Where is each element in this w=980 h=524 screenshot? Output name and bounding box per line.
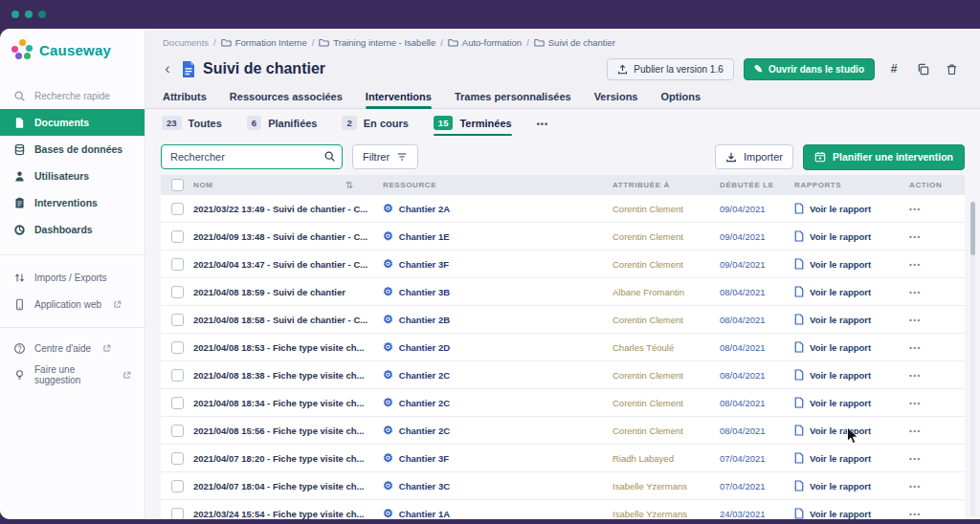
- row-actions-button[interactable]: •••: [909, 205, 965, 213]
- breadcrumb-item[interactable]: Suivi de chantier: [534, 37, 615, 48]
- row-report-link[interactable]: Voir le rapport: [794, 369, 909, 381]
- row-actions-button[interactable]: •••: [909, 426, 965, 435]
- row-checkbox[interactable]: [171, 480, 184, 492]
- row-actions-button[interactable]: •••: [909, 399, 965, 407]
- column-header-rapports[interactable]: RAPPORTS: [794, 181, 909, 189]
- tab-interventions[interactable]: Interventions: [366, 85, 432, 108]
- row-checkbox[interactable]: [171, 508, 184, 520]
- row-report-link[interactable]: Voir le rapport: [794, 314, 909, 325]
- window-zoom-button[interactable]: [38, 11, 46, 18]
- row-actions-button[interactable]: •••: [909, 316, 965, 324]
- import-button[interactable]: Importer: [715, 144, 793, 169]
- sidebar-item-interventions[interactable]: Interventions: [0, 189, 145, 216]
- row-resource-link[interactable]: ⚙ Chantier 2C: [383, 425, 612, 436]
- row-resource-link[interactable]: ⚙ Chantier 2A: [383, 203, 612, 214]
- row-resource-link[interactable]: ⚙ Chantier 3F: [383, 258, 612, 270]
- table-row[interactable]: 2021/04/08 18:53 - Fiche type visite ch.…: [161, 334, 965, 361]
- row-checkbox[interactable]: [171, 397, 184, 409]
- breadcrumb-item[interactable]: Documents: [163, 37, 209, 48]
- row-checkbox[interactable]: [171, 369, 184, 382]
- row-resource-link[interactable]: ⚙ Chantier 2C: [383, 369, 612, 381]
- table-row[interactable]: 2021/04/09 13:48 - Suivi de chantier - C…: [161, 223, 965, 251]
- table-row[interactable]: 2021/04/08 15:56 - Fiche type visite ch.…: [161, 417, 965, 445]
- sidebar-item-application-web[interactable]: Application web: [0, 291, 145, 317]
- sidebar-item-faire-une-suggestion[interactable]: Faire une suggestion: [0, 361, 145, 388]
- tab-options[interactable]: Options: [660, 85, 701, 108]
- open-studio-button[interactable]: ✎ Ouvrir dans le studio: [744, 58, 875, 80]
- column-header-attribuee-a[interactable]: ATTRIBUÉE À: [612, 181, 720, 189]
- publish-version-button[interactable]: Publier la version 1.6: [607, 58, 733, 80]
- filter-toutes[interactable]: 23 Toutes: [162, 116, 222, 136]
- table-row[interactable]: 2021/04/04 13:47 - Suivi de chantier - C…: [161, 251, 965, 278]
- table-scrollbar[interactable]: [970, 202, 975, 516]
- row-resource-link[interactable]: ⚙ Chantier 1E: [383, 230, 612, 242]
- row-actions-button[interactable]: •••: [909, 343, 965, 352]
- row-actions-button[interactable]: •••: [909, 260, 965, 269]
- filter-button[interactable]: Filtrer: [352, 144, 418, 169]
- row-actions-button[interactable]: •••: [909, 510, 965, 518]
- sidebar-item-imports-exports[interactable]: Imports / Exports: [0, 264, 145, 291]
- row-resource-link[interactable]: ⚙ Chantier 3F: [383, 452, 612, 464]
- window-minimize-button[interactable]: [25, 11, 33, 18]
- table-row[interactable]: 2021/03/22 13:49 - Suivi de chantier - C…: [161, 195, 965, 223]
- tab-ressources-associees[interactable]: Ressources associées: [230, 85, 343, 108]
- tab-attributs[interactable]: Attributs: [163, 85, 207, 108]
- row-report-link[interactable]: Voir le rapport: [794, 230, 909, 242]
- row-resource-link[interactable]: ⚙ Chantier 2D: [383, 341, 612, 353]
- row-resource-link[interactable]: ⚙ Chantier 3B: [383, 286, 612, 297]
- tab-trames-personnalisees[interactable]: Trames personnalisées: [455, 85, 571, 108]
- row-report-link[interactable]: Voir le rapport: [794, 286, 909, 297]
- breadcrumb-item[interactable]: Formation Interne: [221, 37, 307, 48]
- row-actions-button[interactable]: •••: [909, 454, 965, 463]
- breadcrumb-item[interactable]: Auto-formation: [448, 37, 522, 48]
- table-row[interactable]: 2021/04/08 18:34 - Fiche type visite ch.…: [161, 389, 965, 417]
- row-checkbox[interactable]: [171, 452, 184, 465]
- row-actions-button[interactable]: •••: [909, 288, 965, 296]
- row-report-link[interactable]: Voir le rapport: [794, 397, 909, 408]
- row-actions-button[interactable]: •••: [909, 482, 965, 491]
- hash-button[interactable]: #: [884, 59, 903, 78]
- table-row[interactable]: 2021/04/07 18:04 - Fiche type visite ch.…: [161, 472, 965, 500]
- sidebar-item-dashboards[interactable]: Dashboards: [0, 216, 145, 243]
- table-row[interactable]: 2021/04/08 18:58 - Suivi de chantier - C…: [161, 306, 965, 334]
- column-header-debutee-le[interactable]: DÉBUTÉE LE: [720, 181, 794, 189]
- select-all-checkbox[interactable]: [171, 179, 184, 191]
- row-actions-button[interactable]: •••: [909, 371, 965, 380]
- scrollbar-thumb[interactable]: [970, 202, 975, 255]
- sidebar-item-utilisateurs[interactable]: Utilisateurs: [0, 163, 145, 189]
- table-row[interactable]: 2021/03/24 15:54 - Fiche type visite ch.…: [161, 500, 965, 519]
- row-actions-button[interactable]: •••: [909, 232, 965, 241]
- sidebar-item-bases-de-donnees[interactable]: Bases de données: [0, 136, 145, 163]
- delete-button[interactable]: [942, 59, 961, 78]
- table-row[interactable]: 2021/04/07 18:20 - Fiche type visite ch.…: [161, 445, 965, 472]
- row-report-link[interactable]: Voir le rapport: [794, 508, 909, 519]
- row-resource-link[interactable]: ⚙ Chantier 1A: [383, 508, 612, 519]
- row-report-link[interactable]: Voir le rapport: [794, 258, 909, 270]
- sidebar-item-documents[interactable]: Documents: [0, 109, 145, 136]
- row-checkbox[interactable]: [171, 314, 184, 326]
- sort-icon[interactable]: ⇅: [345, 180, 354, 190]
- sidebar-item-centre-aide[interactable]: Centre d'aide: [0, 335, 145, 361]
- duplicate-button[interactable]: [913, 59, 932, 78]
- row-checkbox[interactable]: [171, 230, 184, 243]
- row-resource-link[interactable]: ⚙ Chantier 2C: [383, 397, 612, 408]
- row-report-link[interactable]: Voir le rapport: [794, 480, 909, 491]
- table-row[interactable]: 2021/04/08 18:38 - Fiche type visite ch.…: [161, 361, 965, 389]
- back-button[interactable]: ‹: [157, 58, 178, 79]
- filters-more-button[interactable]: •••: [537, 116, 548, 129]
- table-row[interactable]: 2021/04/08 18:59 - Suivi de chantier ⚙ C…: [161, 278, 965, 306]
- brand-logo[interactable]: Causeway: [11, 39, 111, 60]
- column-header-ressource[interactable]: RESSOURCE: [383, 181, 612, 189]
- tab-versions[interactable]: Versions: [594, 85, 638, 108]
- row-resource-link[interactable]: ⚙ Chantier 2B: [383, 314, 612, 325]
- plan-intervention-button[interactable]: Planifier une intervention: [803, 144, 965, 170]
- row-report-link[interactable]: Voir le rapport: [794, 452, 909, 464]
- row-report-link[interactable]: Voir le rapport: [794, 341, 909, 353]
- search-input[interactable]: [161, 144, 343, 169]
- row-checkbox[interactable]: [171, 341, 184, 354]
- sidebar-item-recherche-rapide[interactable]: Recherche rapide: [0, 82, 145, 109]
- column-header-nom[interactable]: NOM ⇅: [193, 180, 383, 190]
- row-report-link[interactable]: Voir le rapport: [794, 203, 909, 214]
- row-checkbox[interactable]: [171, 203, 184, 215]
- filter-planifiees[interactable]: 6 Planifiées: [247, 116, 318, 136]
